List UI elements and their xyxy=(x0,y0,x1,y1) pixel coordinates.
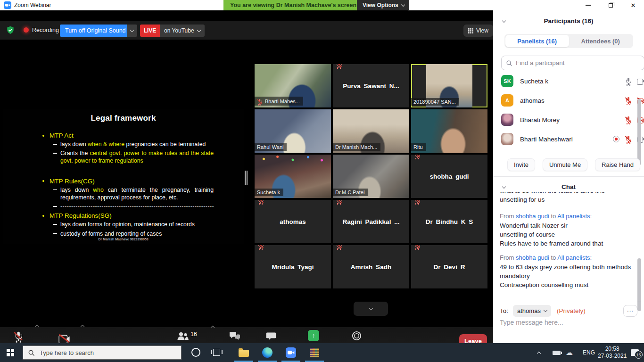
video-tile[interactable]: shobha gudi xyxy=(411,155,487,198)
participant-row[interactable]: SK Sucheta k xyxy=(501,74,644,88)
original-sound-button[interactable]: Turn off Original Sound xyxy=(60,25,131,37)
task-view-button[interactable] xyxy=(213,349,220,356)
video-tile[interactable]: Sucheta k xyxy=(255,155,331,198)
participant-name-label: Dr Bindhu K S xyxy=(411,200,487,243)
video-tile[interactable]: Mridula Tyagi xyxy=(255,245,331,288)
slide-sub-bullet: custody of forms and reporting of cases xyxy=(53,230,214,238)
video-tile[interactable]: Ritu xyxy=(411,109,487,153)
camera-on-icon xyxy=(637,79,644,84)
participant-search-box xyxy=(501,56,644,70)
tab-attendees[interactable]: Attendees (0) xyxy=(569,35,633,47)
mic-muted-icon xyxy=(14,332,22,341)
participant-name-label: shobha gudi xyxy=(411,155,487,198)
taskbar-search-input[interactable] xyxy=(40,349,176,356)
mic-options-caret[interactable] xyxy=(35,325,39,329)
raise-hand-button[interactable]: Raise Hand xyxy=(595,158,640,171)
taskbar-edge[interactable] xyxy=(256,343,278,362)
participant-row[interactable]: Bharti Maheshwari xyxy=(501,132,644,146)
video-tile[interactable]: Ragini Padikkal ... xyxy=(333,200,409,243)
video-tile[interactable]: Dr Bindhu K S xyxy=(411,200,487,243)
participants-options-caret[interactable] xyxy=(211,326,215,329)
taskbar-winrar[interactable] xyxy=(304,343,325,362)
splitter-handle[interactable] xyxy=(245,171,248,185)
slide-sub-bullet: lays down forms for opinion, maintenance… xyxy=(53,221,214,228)
meeting-main-area: Recording Turn off Original Sound LIVE o… xyxy=(0,10,493,343)
clock[interactable]: 20:5827-03-2021 xyxy=(598,343,627,362)
time: 20:58 xyxy=(598,346,627,353)
folder-icon xyxy=(239,350,249,357)
participant-name-label: Sucheta k xyxy=(255,189,283,196)
slide-separator-line: ----------------------------------------… xyxy=(53,203,214,210)
chat-more-button[interactable]: ... xyxy=(623,305,637,317)
mic-on-icon xyxy=(625,78,631,85)
view-options-button[interactable]: View Options xyxy=(357,0,409,10)
video-tile[interactable]: Bharti Mahes... xyxy=(255,64,331,107)
language-indicator[interactable]: ENG xyxy=(583,343,595,362)
cortana-button[interactable] xyxy=(191,348,200,357)
chat-recipient: All panelists: xyxy=(557,213,592,220)
chevron-down-icon xyxy=(130,28,134,32)
chat-scrollbar[interactable] xyxy=(637,258,641,311)
avatar xyxy=(501,114,513,126)
start-button[interactable] xyxy=(7,349,14,356)
live-target-button[interactable]: on YouTube xyxy=(160,25,205,37)
share-screen-icon: ↑ xyxy=(308,330,319,341)
panel-divider xyxy=(493,176,644,177)
security-shield-icon[interactable] xyxy=(6,25,15,35)
restore-button[interactable] xyxy=(603,0,618,10)
chat-sender: shobha gudi xyxy=(516,254,549,261)
video-tile[interactable]: athomas xyxy=(255,200,331,243)
video-tile[interactable]: Dr Manish Mach... xyxy=(333,109,409,153)
participant-row[interactable]: Bharati Morey xyxy=(501,113,644,127)
close-button[interactable]: ✕ xyxy=(626,0,640,10)
participant-name-label: Dr.M.C.Patel xyxy=(333,189,368,196)
unmute-me-button[interactable]: Unmute Me xyxy=(543,158,587,171)
recipient-selector[interactable]: athomas xyxy=(513,305,551,317)
video-tile[interactable]: Purva Sawant N... xyxy=(333,64,409,107)
minimize-button[interactable] xyxy=(581,0,595,10)
video-tile-active-speaker[interactable]: 201890047 SAN... xyxy=(411,64,487,107)
view-layout-button[interactable]: View xyxy=(463,25,493,37)
participant-name-label: Purva Sawant N... xyxy=(333,64,409,107)
participant-row[interactable]: A athomas xyxy=(501,93,644,107)
zoom-app-icon xyxy=(286,347,296,358)
chat-message-input[interactable] xyxy=(500,319,636,326)
participant-name-label: Dr Devi R xyxy=(411,245,487,288)
video-tile[interactable]: Rahul Wani xyxy=(255,109,331,153)
privately-label: (Privately) xyxy=(557,307,586,314)
search-icon xyxy=(506,60,512,66)
mic-muted-icon xyxy=(414,200,420,204)
chat-message-line: Contraception counselling must xyxy=(500,280,637,289)
participants-tabs: Panelists (16) Attendees (0) xyxy=(504,34,633,48)
video-tile[interactable]: Amrish Sadh xyxy=(333,245,409,288)
taskbar-search-box xyxy=(23,346,182,360)
participant-search-input[interactable] xyxy=(516,59,640,66)
show-more-videos-button[interactable] xyxy=(354,302,388,316)
original-sound-dropdown[interactable] xyxy=(127,25,137,37)
participants-count: 16 xyxy=(190,331,197,337)
tab-panelists[interactable]: Panelists (16) xyxy=(505,35,569,47)
taskbar-zoom[interactable] xyxy=(280,343,302,362)
invite-button[interactable]: Invite xyxy=(507,158,535,171)
chat-recipient: All panelists: xyxy=(557,254,592,261)
participant-name-label: 201890047 SAN... xyxy=(411,98,459,106)
avatar: SK xyxy=(501,75,513,87)
mic-muted-icon xyxy=(257,245,264,249)
chat-recipient-row: To: athomas (Privately) ... xyxy=(500,304,637,317)
grid-icon xyxy=(468,28,473,33)
taskbar-file-explorer[interactable] xyxy=(233,343,255,362)
chat-message-header: From shobha gudi to All panelists: xyxy=(500,253,637,262)
chat-messages[interactable]: what to do when the fetus is alive it is… xyxy=(500,192,637,297)
video-tile[interactable]: Dr.M.C.Patel xyxy=(333,155,409,198)
tray-expand-chevron[interactable] xyxy=(537,343,540,362)
camera-off-icon xyxy=(59,335,70,343)
record-icon xyxy=(351,330,362,341)
action-center-button[interactable]: 15 xyxy=(631,343,639,362)
battery-icon[interactable] xyxy=(553,343,561,362)
onedrive-cloud-icon[interactable]: ☁ xyxy=(566,343,573,362)
video-options-caret[interactable] xyxy=(81,325,84,329)
participants-scrollbar[interactable] xyxy=(637,99,641,165)
video-tile[interactable]: Dr Devi R xyxy=(411,245,487,288)
notification-icon: 15 xyxy=(631,349,639,356)
mic-muted-icon xyxy=(414,245,420,249)
